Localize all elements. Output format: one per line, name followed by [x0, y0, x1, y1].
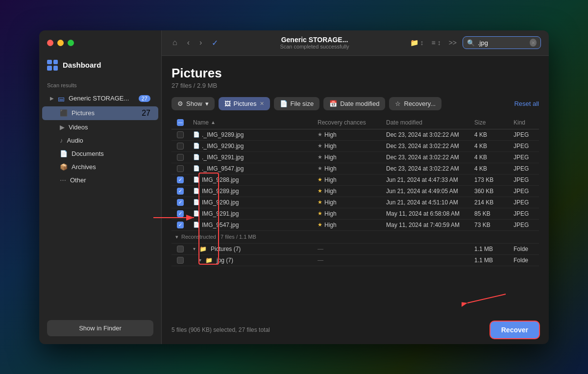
sidebar: Dashboard Scan results ▶ 🖴 Generic STORA…: [39, 30, 162, 344]
row-recovery-6: ★ High: [314, 188, 382, 195]
star-icon: ★: [318, 188, 322, 194]
file-icon: 📄: [193, 131, 200, 138]
dashboard-nav-item[interactable]: Dashboard: [39, 56, 161, 78]
table-row: 📄IMG_9291.jpg ★ High May 11, 2024 at 6:5…: [172, 208, 539, 220]
show-filter-button[interactable]: ⚙ Show ▾: [172, 97, 215, 110]
sidebar-item-archives[interactable]: 📦 Archives: [42, 161, 158, 173]
row-checkbox-3[interactable]: [177, 154, 184, 161]
header-checkbox-cell: [172, 119, 189, 126]
star-icon: ★: [318, 199, 322, 205]
toolbar: ⌂ ‹ › ✓ Generic STORAGE... Scan complete…: [162, 30, 549, 56]
sidebar-item-other[interactable]: ⋯ Other: [42, 174, 158, 186]
row-checkbox-r1[interactable]: [177, 246, 184, 252]
row-size-1: 4 KB: [470, 131, 510, 138]
chevron-down-icon: ▾: [175, 234, 178, 240]
pictures-filter-close[interactable]: ✕: [260, 100, 264, 107]
file-size-filter-button[interactable]: 📄 File size: [274, 97, 320, 110]
sidebar-item-pictures-badge: 27: [142, 109, 150, 118]
row-kind-1: JPEG: [510, 131, 539, 138]
date-modified-filter-button[interactable]: 📅 Date modified: [323, 97, 385, 110]
sidebar-item-pictures[interactable]: ⬛ Pictures 27: [42, 106, 158, 120]
row-checkbox-1[interactable]: [177, 131, 184, 138]
content-area: Pictures 27 files / 2.9 MB ⚙ Show ▾ 🖼 Pi…: [162, 56, 549, 344]
row-checkbox-8[interactable]: [177, 210, 184, 217]
table-body: 📄._IMG_9289.jpg ★ High Dec 23, 2024 at 3…: [172, 129, 539, 317]
row-size-4: 4 KB: [470, 165, 510, 172]
star-icon: ★: [318, 143, 322, 149]
fullscreen-button[interactable]: [68, 40, 74, 46]
folder-icon-blue: 📁: [205, 257, 213, 264]
row-name-r2: ▾ 📁 jpg (7): [189, 257, 314, 264]
reconstructed-section-header: ▾ Reconstructed · 7 files / 1.1 MB: [172, 231, 539, 244]
row-name-4: 📄._IMG_9547.jpg: [189, 165, 314, 172]
toolbar-title: Generic STORAGE... Scan completed succes…: [225, 36, 404, 50]
star-icon: ★: [318, 165, 322, 172]
row-kind-6: JPEG: [510, 188, 539, 195]
row-date-3: Dec 23, 2024 at 3:02:22 AM: [382, 154, 470, 161]
back-button[interactable]: ‹: [184, 36, 193, 49]
size-column-header: Size: [470, 119, 510, 126]
row-name-5: 📄IMG_9288.jpg: [189, 176, 314, 183]
home-button[interactable]: ⌂: [170, 36, 180, 49]
filter-bar: ⚙ Show ▾ 🖼 Pictures ✕ 📄 File size 📅: [172, 97, 539, 110]
row-size-5: 173 KB: [470, 176, 510, 183]
search-clear-button[interactable]: ✕: [530, 39, 537, 47]
sidebar-item-documents[interactable]: 📄 Documents: [42, 148, 158, 160]
forward-button[interactable]: ›: [196, 36, 205, 49]
star-filter-icon: ☆: [395, 100, 401, 107]
sidebar-item-documents-label: Documents: [72, 150, 150, 157]
chevron-down-icon: ▾: [193, 246, 196, 251]
recovery-filter-button[interactable]: ☆ Recovery...: [389, 97, 441, 110]
row-recovery-3: ★ High: [314, 154, 382, 161]
select-all-checkbox[interactable]: [177, 119, 184, 126]
pictures-filter-label: Pictures: [234, 100, 257, 107]
pictures-filter-button[interactable]: 🖼 Pictures ✕: [219, 97, 270, 110]
row-checkbox-9[interactable]: [177, 222, 184, 228]
search-input[interactable]: [478, 39, 527, 47]
scan-results-label: Scan results: [39, 78, 161, 91]
titlebar: [39, 30, 161, 56]
checkmark-button[interactable]: ✓: [209, 36, 221, 50]
show-filter-label: Show: [186, 100, 202, 107]
archives-icon: 📦: [60, 163, 68, 171]
list-icon-btn[interactable]: ≡ ↕: [430, 37, 443, 49]
sidebar-item-videos-label: Videos: [69, 124, 150, 131]
row-checkbox-r2[interactable]: [177, 257, 184, 264]
row-name-r1: ▾ 📁 Pictures (7): [189, 246, 314, 252]
row-name-1: 📄._IMG_9289.jpg: [189, 131, 314, 138]
pictures-filter-icon: 🖼: [224, 100, 231, 107]
close-button[interactable]: [47, 40, 53, 46]
device-icon: 🖴: [58, 95, 65, 102]
sidebar-item-audio[interactable]: ♪ Audio: [42, 134, 158, 147]
file-icon: 📄: [193, 222, 200, 228]
table-row: 📄._IMG_9291.jpg ★ High Dec 23, 2024 at 3…: [172, 152, 539, 163]
more-btn[interactable]: >>: [447, 37, 459, 49]
status-bar: 5 files (906 KB) selected, 27 files tota…: [172, 317, 539, 344]
sidebar-item-videos[interactable]: ▶ Videos: [42, 121, 158, 133]
table-header: Name ▲ Recovery chances Date modified Si…: [172, 116, 539, 129]
sidebar-item-archives-label: Archives: [72, 163, 150, 171]
pictures-icon: ⬛: [60, 109, 68, 117]
recover-button[interactable]: Recover: [490, 322, 539, 338]
row-kind-4: JPEG: [510, 165, 539, 172]
row-checkbox-7[interactable]: [177, 199, 184, 206]
star-icon: ★: [318, 222, 322, 228]
row-kind-7: JPEG: [510, 199, 539, 206]
sidebar-item-device[interactable]: ▶ 🖴 Generic STORAGE... 27: [42, 92, 158, 105]
show-in-finder-button[interactable]: Show in Finder: [47, 320, 153, 336]
row-checkbox-2[interactable]: [177, 143, 184, 150]
row-checkbox-5[interactable]: [177, 176, 184, 183]
row-name-6: 📄IMG_9289.jpg: [189, 188, 314, 195]
reset-all-button[interactable]: Reset all: [514, 100, 539, 107]
name-column-header[interactable]: Name ▲: [189, 119, 314, 126]
row-checkbox-6[interactable]: [177, 188, 184, 195]
folder-icon-btn[interactable]: 📁 ↕: [408, 37, 426, 49]
row-checkbox-4[interactable]: [177, 165, 184, 172]
row-kind-2: JPEG: [510, 143, 539, 150]
table-row: 📄IMG_9289.jpg ★ High Jun 21, 2024 at 4:4…: [172, 186, 539, 197]
sidebar-bottom: Show in Finder: [39, 312, 161, 344]
star-icon: ★: [318, 210, 322, 217]
row-name-9: 📄IMG_9547.jpg: [189, 222, 314, 228]
file-table: Name ▲ Recovery chances Date modified Si…: [172, 116, 539, 317]
minimize-button[interactable]: [57, 40, 64, 46]
